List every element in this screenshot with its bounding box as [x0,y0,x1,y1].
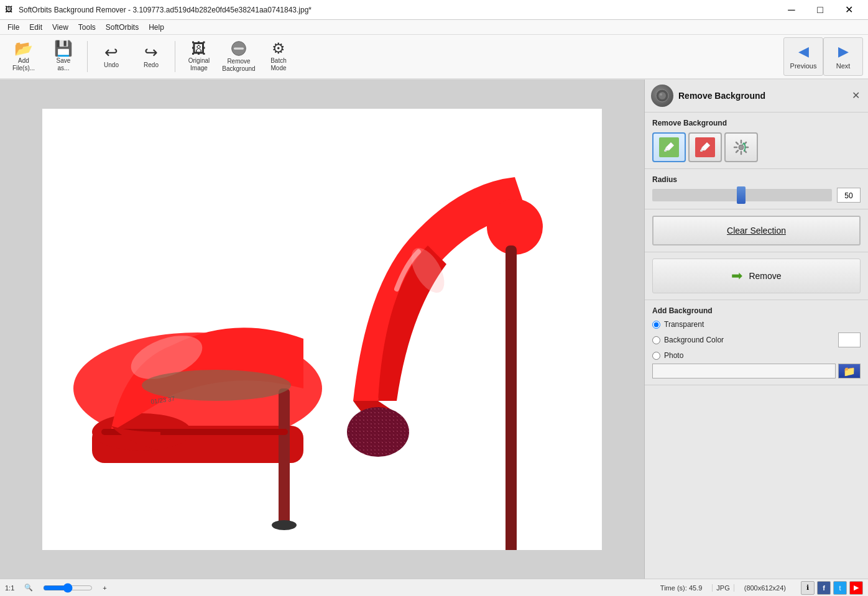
svg-rect-24 [664,150,667,152]
zoom-max-label: + [103,584,106,592]
info-button[interactable]: ℹ [801,581,815,595]
status-format: JPG [712,584,734,592]
transparent-option-row: Transparent [652,320,861,329]
photo-browse-button[interactable]: 📁 [838,364,861,378]
next-button[interactable]: ▶ Next [823,37,863,76]
toolbox-title-area: Remove Background [651,85,765,107]
photo-path-input[interactable] [652,364,836,378]
redo-button[interactable]: ↪ Redo [132,37,170,76]
add-files-button[interactable]: 📂 AddFile(s)... [5,37,42,76]
image-display: 01/23 37 [0,80,644,579]
canvas-area[interactable]: 01/23 37 [0,80,644,579]
menu-bar: File Edit View Tools SoftOrbits Help [0,20,868,35]
pencil-red-tool[interactable] [688,132,722,162]
svg-point-15 [347,407,409,457]
next-arrow-icon: ▶ [838,44,849,60]
remove-bg-button[interactable]: RemoveBackground [220,37,257,76]
radius-row: 50 [652,188,861,203]
app-icon: 🖼 [5,5,15,15]
original-image-icon: 🖼 [192,41,206,56]
toolbox-close-button[interactable]: ✕ [849,89,862,102]
toolbox-header: Remove Background ✕ [645,80,868,112]
bgcolor-option-row: Background Color [652,332,861,347]
svg-line-31 [736,142,738,144]
previous-button[interactable]: ◀ Previous [783,37,823,76]
bgcolor-radio[interactable] [652,336,660,344]
redo-label: Redo [144,62,159,69]
remove-label: Remove [749,271,781,281]
zoom-min-icon: 🔍 [24,584,33,592]
auto-tool[interactable] [724,132,758,162]
transparent-radio[interactable] [652,321,660,329]
minimize-button[interactable]: ─ [777,0,806,20]
undo-icon: ↩ [104,44,118,60]
save-as-button[interactable]: 💾 Saveas... [45,37,82,76]
menu-softorbits[interactable]: SoftOrbits [101,22,144,33]
batch-mode-button[interactable]: ⚙ BatchMode [260,37,297,76]
original-image-button[interactable]: 🖼 OriginalImage [180,37,218,76]
menu-tools[interactable]: Tools [73,22,101,33]
add-files-label: AddFile(s)... [12,57,35,72]
close-button[interactable]: ✕ [834,0,863,20]
remove-button[interactable]: ➡ Remove [652,259,861,293]
svg-rect-2 [42,109,602,550]
undo-label: Undo [104,62,119,69]
auto-tool-icon [731,137,752,158]
toolbox-panel: Remove Background ✕ Remove Background [644,80,868,579]
window-title: SoftOrbits Background Remover - 3.109773… [19,6,777,14]
undo-button[interactable]: ↩ Undo [93,37,130,76]
remove-bg-icon [229,40,249,57]
browse-folder-icon: 📁 [843,365,856,377]
color-preview-swatch[interactable] [838,332,861,347]
youtube-button[interactable]: ▶ [849,581,863,595]
save-label: Saveas... [57,57,71,72]
remove-bg-section: Remove Background [645,112,868,169]
add-background-section: Add Background Transparent Background Co… [645,300,868,385]
svg-rect-6 [279,388,290,525]
original-image-label: OriginalImage [188,57,210,72]
redo-icon: ↪ [144,44,158,60]
radius-value: 50 [837,188,861,203]
previous-arrow-icon: ◀ [798,44,809,60]
toolbar: 📂 AddFile(s)... 💾 Saveas... ↩ Undo ↪ Red… [0,35,868,80]
svg-point-7 [272,520,297,530]
menu-help[interactable]: Help [144,22,169,33]
clear-selection-section: Clear Selection [645,209,868,252]
remove-bg-section-title: Remove Background [652,119,861,127]
svg-rect-1 [234,47,244,49]
bgcolor-label[interactable]: Background Color [664,336,724,344]
transparent-label[interactable]: Transparent [664,320,704,329]
toolbox-header-icon [651,85,673,107]
photo-radio[interactable] [652,352,660,360]
svg-rect-25 [700,150,703,152]
status-bar: 1:1 🔍 + Time (s): 45.9 JPG (800x612x24) … [0,579,868,596]
toolbar-separator-1 [87,41,88,72]
maximize-button[interactable]: □ [806,0,834,20]
zoom-slider[interactable] [43,584,93,592]
photo-label[interactable]: Photo [664,351,683,360]
facebook-button[interactable]: f [817,581,831,595]
radius-label: Radius [652,175,861,184]
main-area: 01/23 37 Remove Background ✕ Remove Back… [0,80,868,579]
pencil-red-icon [695,137,716,158]
add-files-icon: 📂 [14,41,33,56]
radius-section: Radius 50 [645,169,868,209]
pencil-green-tool[interactable] [652,132,686,162]
twitter-button[interactable]: t [833,581,847,595]
clear-selection-button[interactable]: Clear Selection [652,216,861,245]
remove-bg-label: RemoveBackground [222,58,255,73]
menu-view[interactable]: View [47,22,73,33]
toolbar-separator-2 [175,41,175,72]
window-controls: ─ □ ✕ [777,0,863,20]
batch-mode-icon: ⚙ [272,41,285,56]
zoom-level: 1:1 [5,584,14,592]
nav-area: ◀ Previous ▶ Next [783,37,863,76]
svg-point-26 [739,145,744,150]
title-bar: 🖼 SoftOrbits Background Remover - 3.1097… [0,0,868,20]
menu-edit[interactable]: Edit [24,22,47,33]
radius-slider[interactable] [652,189,832,201]
menu-file[interactable]: File [2,22,24,33]
save-icon: 💾 [54,41,73,56]
photo-option-row: Photo [652,351,861,360]
svg-line-33 [736,150,738,152]
